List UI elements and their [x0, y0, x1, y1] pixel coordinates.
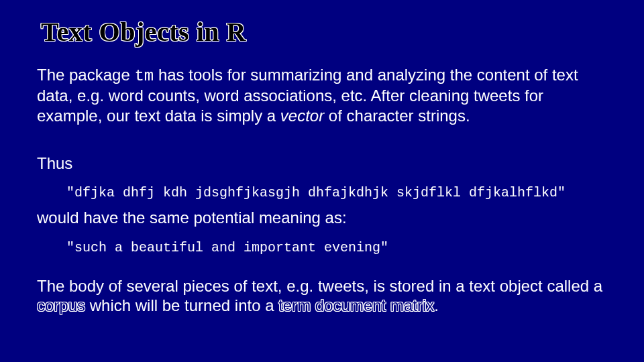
corpus-paragraph: The body of several pieces of text, e.g.…	[37, 276, 607, 316]
term-tdm: term document matrix	[278, 296, 434, 314]
thus-label: Thus	[37, 154, 607, 173]
slide-body: The package tm has tools for summarizing…	[37, 65, 607, 316]
text-fragment: .	[434, 296, 439, 314]
text-fragment: of character strings.	[324, 107, 470, 125]
intro-paragraph: The package tm has tools for summarizing…	[37, 65, 607, 125]
text-fragment: which will be turned into a	[85, 296, 278, 314]
slide: Text Objects in R The package tm has too…	[0, 0, 644, 362]
code-example-2: "such a beautiful and important evening"	[66, 240, 607, 256]
emphasis-vector: vector	[280, 107, 324, 125]
text-fragment: The package	[37, 66, 134, 84]
term-corpus: corpus	[37, 296, 85, 314]
code-inline-tm: tm	[134, 67, 154, 85]
would-have-line: would have the same potential meaning as…	[37, 208, 607, 227]
text-fragment: The body of several pieces of text, e.g.…	[37, 277, 602, 295]
slide-title: Text Objects in R	[41, 16, 607, 48]
code-example-1: "dfjka dhfj kdh jdsghfjkasgjh dhfajkdhjk…	[66, 185, 607, 201]
